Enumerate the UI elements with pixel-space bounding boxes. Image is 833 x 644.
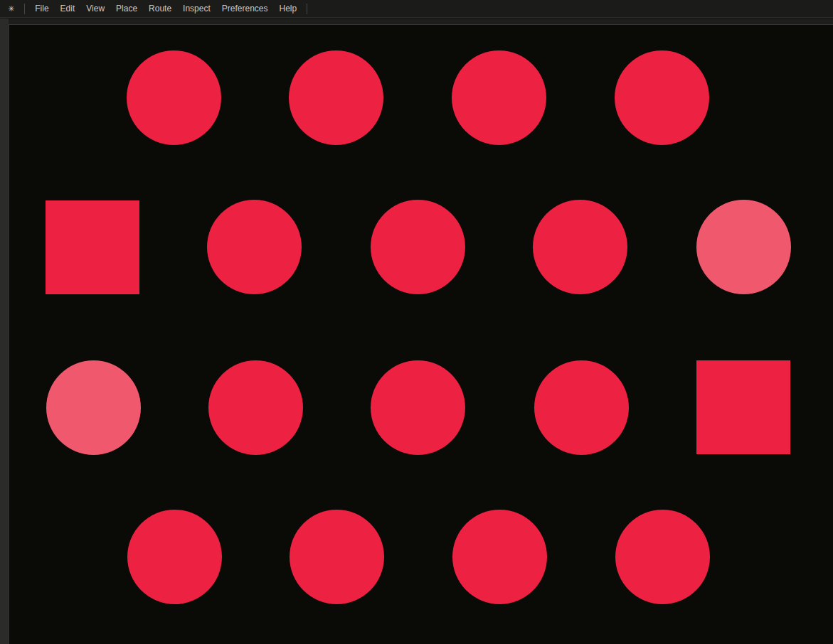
menu-item-preferences[interactable]: Preferences [216,0,274,17]
pad-circle[interactable] [371,360,465,455]
pad-circle[interactable] [534,360,629,455]
pad-circle[interactable] [452,50,546,145]
pad-square[interactable] [696,360,790,454]
pad-circle[interactable] [615,510,710,604]
left-toolbar-gutter [0,18,9,644]
pad-circle[interactable] [46,360,141,455]
pad-square[interactable] [46,200,139,294]
menu-item-view[interactable]: View [80,0,110,17]
pad-circle[interactable] [289,50,383,145]
pad-circle[interactable] [290,510,384,604]
app-icon: ✳ [8,0,14,17]
menu-separator [24,4,25,14]
menu-item-route[interactable]: Route [143,0,177,17]
pad-circle[interactable] [371,200,465,294]
pad-circle[interactable] [615,50,709,145]
pad-circle[interactable] [208,360,303,455]
menu-item-place[interactable]: Place [110,0,143,17]
pad-circle[interactable] [452,510,547,604]
menu-item-edit[interactable]: Edit [55,0,81,17]
pad-circle[interactable] [127,50,221,145]
menu-bar: ✳ FileEditViewPlaceRouteInspectPreferenc… [0,0,833,18]
pcb-canvas[interactable] [9,24,833,644]
pad-circle[interactable] [533,200,627,294]
pad-circle[interactable] [207,200,302,294]
menu-item-inspect[interactable]: Inspect [177,0,216,17]
pad-circle[interactable] [696,200,791,294]
menu-item-file[interactable]: File [29,0,54,17]
pad-circle[interactable] [127,510,222,604]
menu-item-list: FileEditViewPlaceRouteInspectPreferences… [29,0,302,17]
menu-separator [307,4,307,14]
menu-item-help[interactable]: Help [274,0,303,17]
